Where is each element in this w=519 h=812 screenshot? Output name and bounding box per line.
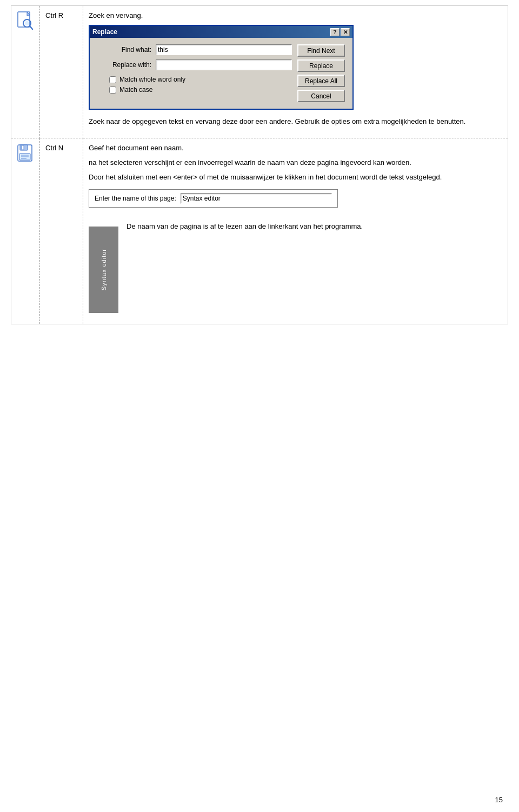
find-row: Find what: <box>96 44 292 55</box>
shortcut-ctrl-n: Ctrl N <box>40 138 83 324</box>
content-cell-r: Zoek en vervang. Replace ? ✕ <box>83 6 508 138</box>
shortcut-label-r: Ctrl R <box>45 11 63 19</box>
match-whole-checkbox[interactable] <box>109 76 116 83</box>
find-next-label: Find Next <box>307 47 335 55</box>
page-number: 15 <box>495 796 503 804</box>
cancel-label: Cancel <box>311 92 331 100</box>
content-cell-n: Geef het document een naam. na het selec… <box>83 138 508 324</box>
replace-row: Replace with: <box>96 59 292 70</box>
table-row-ctrl-r: Ctrl R Zoek en vervang. Replace ? ✕ <box>11 6 508 138</box>
match-case-checkbox[interactable] <box>109 86 116 94</box>
row1-description-text: Zoek naar de opgegeven tekst en vervang … <box>89 117 465 125</box>
find-replace-icon <box>17 11 34 32</box>
replace-label: Replace with: <box>96 61 156 69</box>
main-table: Ctrl R Zoek en vervang. Replace ? ✕ <box>11 5 508 324</box>
row2-description2: Door het afsluiten met een <enter> of me… <box>89 172 502 183</box>
svg-point-3 <box>25 21 29 25</box>
svg-line-4 <box>30 26 32 29</box>
match-case-row: Match case <box>103 86 292 94</box>
row2-desc1-text: na het selecteren verschijnt er een invo… <box>89 158 411 167</box>
match-case-label: Match case <box>119 86 152 94</box>
sidebar-desc-text: De naam van de pagina is af te lezen aan… <box>127 222 363 230</box>
icon-cell-2 <box>11 138 40 324</box>
shortcut-label-n: Ctrl N <box>45 144 63 152</box>
row2-desc2-text: Door het afsluiten met een <enter> of me… <box>89 173 442 181</box>
dialog-titlebar: Replace ? ✕ <box>90 26 352 38</box>
replace-all-label: Replace All <box>305 77 337 85</box>
name-input-field[interactable] <box>181 193 332 204</box>
icon-cell-1 <box>11 6 40 138</box>
match-whole-row: Match whole word only <box>103 76 292 83</box>
sidebar-section: Syntax editor De naam van de pagina is a… <box>89 221 502 318</box>
save-icon <box>17 144 34 164</box>
checkboxes-section: Match whole word only Match case <box>96 76 292 94</box>
cancel-button[interactable]: Cancel <box>297 90 345 102</box>
find-label-text: Find what: <box>122 46 151 54</box>
dialog-title: Replace <box>92 28 117 36</box>
table-row-ctrl-n: Ctrl N Geef het document een naam. na he… <box>11 138 508 324</box>
name-input-container: Enter the name of this page: <box>89 189 338 208</box>
page-number-text: 15 <box>495 796 503 804</box>
dialog-help-button[interactable]: ? <box>330 28 340 36</box>
row1-title: Zoek en vervang. <box>89 11 502 19</box>
svg-rect-7 <box>22 145 24 150</box>
find-next-button[interactable]: Find Next <box>297 44 345 57</box>
sidebar-description: De naam van de pagina is af te lezen aan… <box>127 221 363 232</box>
page-container: Ctrl R Zoek en vervang. Replace ? ✕ <box>0 0 519 812</box>
dialog-close-button[interactable]: ✕ <box>341 28 350 36</box>
dialog-left-col: Find what: Replace with: <box>96 44 292 96</box>
replace-all-button[interactable]: Replace All <box>297 75 345 87</box>
row2-title: Geef het document een naam. <box>89 144 502 152</box>
replace-label-btn: Replace <box>309 62 333 70</box>
replace-label-text: Replace with: <box>112 61 151 69</box>
name-input-label: Enter the name of this page: <box>95 195 176 202</box>
find-input[interactable] <box>156 44 292 55</box>
sidebar-text: Syntax editor <box>101 249 107 290</box>
dialog-content: Find what: Replace with: <box>90 38 352 109</box>
dialog-right-col: Find Next Replace Replace All Cancel <box>297 44 346 102</box>
replace-button[interactable]: Replace <box>297 59 345 72</box>
shortcut-ctrl-r: Ctrl R <box>40 6 83 138</box>
replace-dialog: Replace ? ✕ Find what: <box>89 25 354 110</box>
replace-input[interactable] <box>156 59 292 70</box>
dialog-window-controls: ? ✕ <box>330 28 350 36</box>
row1-description: Zoek naar de opgegeven tekst en vervang … <box>89 116 502 127</box>
sidebar-mock: Syntax editor <box>89 227 118 313</box>
dialog-main-row: Find what: Replace with: <box>96 44 346 102</box>
find-label: Find what: <box>96 46 156 54</box>
match-whole-label: Match whole word only <box>119 76 185 83</box>
row2-description1: na het selecteren verschijnt er een invo… <box>89 157 502 168</box>
